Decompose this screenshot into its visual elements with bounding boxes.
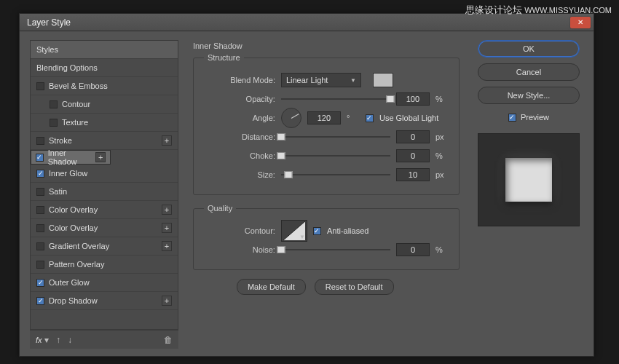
outer-glow-row[interactable]: Outer Glow <box>31 274 178 292</box>
chevron-down-icon: ▼ <box>299 234 305 240</box>
texture-row[interactable]: Texture <box>31 114 178 132</box>
distance-slider[interactable] <box>281 132 390 142</box>
unit-label: ° <box>347 114 360 122</box>
inner-glow-row[interactable]: Inner Glow <box>31 165 178 183</box>
unit-label: % <box>435 95 449 103</box>
checkbox-icon[interactable] <box>36 170 44 178</box>
fx-menu-icon[interactable]: fx ▾ <box>36 335 49 345</box>
anti-aliased-checkbox[interactable] <box>313 227 321 235</box>
new-style-button[interactable]: New Style... <box>478 87 580 104</box>
opacity-label: Opacity: <box>204 95 275 103</box>
stroke-row[interactable]: Stroke+ <box>31 132 178 150</box>
gradient-overlay-row[interactable]: Gradient Overlay+ <box>31 237 178 256</box>
row-label: Texture <box>62 118 88 127</box>
angle-dial[interactable] <box>281 108 301 128</box>
row-label: Color Overlay <box>49 223 98 232</box>
contour-picker[interactable]: ▼ <box>281 220 307 242</box>
plus-icon[interactable]: + <box>162 205 172 215</box>
inner-shadow-row[interactable]: Inner Shadow+ <box>31 150 111 165</box>
plus-icon[interactable]: + <box>162 135 172 146</box>
close-icon[interactable]: ✕ <box>570 17 591 28</box>
chevron-down-icon: ▼ <box>350 77 356 84</box>
size-label: Size: <box>204 170 275 179</box>
choke-slider[interactable] <box>281 151 390 161</box>
checkbox-icon[interactable] <box>36 242 44 250</box>
styles-list: Styles Blending Options Bevel & Emboss C… <box>30 40 178 330</box>
row-label: Drop Shadow <box>49 296 98 305</box>
make-default-button[interactable]: Make Default <box>237 279 306 295</box>
drop-shadow-row[interactable]: Drop Shadow+ <box>31 292 178 310</box>
checkbox-icon[interactable] <box>36 261 44 269</box>
cancel-button[interactable]: Cancel <box>478 63 580 81</box>
satin-row[interactable]: Satin <box>31 183 178 201</box>
plus-icon[interactable]: + <box>162 223 172 233</box>
checkbox-icon[interactable] <box>50 100 58 108</box>
checkbox-icon[interactable] <box>36 206 44 214</box>
styles-header-row[interactable]: Styles <box>31 41 178 59</box>
angle-input[interactable]: 120 <box>307 111 341 124</box>
size-input[interactable]: 10 <box>396 168 430 181</box>
preview-thumbnail <box>478 133 580 226</box>
color-overlay-row-2[interactable]: Color Overlay+ <box>31 219 178 237</box>
noise-input[interactable]: 0 <box>396 243 430 256</box>
trash-icon[interactable]: 🗑 <box>164 335 173 345</box>
opacity-slider[interactable] <box>281 94 390 104</box>
color-overlay-row-1[interactable]: Color Overlay+ <box>31 201 178 219</box>
unit-label: % <box>435 245 449 254</box>
preview-checkbox[interactable] <box>508 114 516 122</box>
structure-legend: Structure <box>204 53 244 62</box>
preview-label: Preview <box>521 113 549 122</box>
distance-input[interactable]: 0 <box>396 130 430 143</box>
checkbox-icon[interactable] <box>36 279 44 287</box>
row-label: Outer Glow <box>49 278 90 287</box>
ok-button[interactable]: OK <box>478 40 580 58</box>
plus-icon[interactable]: + <box>162 296 172 306</box>
quality-group: Quality Contour: ▼ Anti-aliased Noise: 0… <box>193 204 460 270</box>
row-label: Bevel & Emboss <box>49 82 108 90</box>
blend-mode-select[interactable]: Linear Light▼ <box>281 73 361 87</box>
checkbox-icon[interactable] <box>36 224 44 232</box>
arrow-down-icon[interactable]: ↓ <box>68 335 72 345</box>
plus-icon[interactable]: + <box>95 152 106 162</box>
bevel-emboss-row[interactable]: Bevel & Emboss <box>31 77 178 95</box>
row-label: Satin <box>49 187 67 196</box>
row-label: Inner Shadow <box>48 149 96 166</box>
fx-toolbar: fx ▾ ↑ ↓ 🗑 <box>30 330 178 349</box>
right-column: OK Cancel New Style... Preview <box>474 40 583 349</box>
distance-label: Distance: <box>204 132 275 141</box>
opacity-input[interactable]: 100 <box>396 92 430 106</box>
row-label: Gradient Overlay <box>49 242 109 250</box>
checkbox-icon[interactable] <box>50 119 58 127</box>
panel-title: Inner Shadow <box>193 41 460 50</box>
choke-label: Choke: <box>204 151 275 160</box>
dialog-title: Layer Style <box>23 17 570 28</box>
size-slider[interactable] <box>281 170 390 180</box>
angle-label: Angle: <box>204 114 275 122</box>
preview-swatch <box>505 158 552 202</box>
settings-panel: Inner Shadow Structure Blend Mode: Linea… <box>189 40 464 349</box>
noise-label: Noise: <box>204 245 275 254</box>
contour-row[interactable]: Contour <box>31 95 178 114</box>
checkbox-icon[interactable] <box>36 297 44 305</box>
styles-column: Styles Blending Options Bevel & Emboss C… <box>30 40 178 349</box>
use-global-light-checkbox[interactable] <box>366 114 374 122</box>
arrow-up-icon[interactable]: ↑ <box>56 335 60 345</box>
choke-input[interactable]: 0 <box>396 149 430 162</box>
blending-options-row[interactable]: Blending Options <box>31 59 178 77</box>
reset-default-button[interactable]: Reset to Default <box>315 279 394 295</box>
color-swatch[interactable] <box>373 73 393 87</box>
unit-label: px <box>435 170 449 179</box>
pattern-overlay-row[interactable]: Pattern Overlay <box>31 256 178 274</box>
checkbox-icon[interactable] <box>36 154 44 162</box>
checkbox-icon[interactable] <box>36 137 44 145</box>
quality-legend: Quality <box>204 204 236 213</box>
styles-header-label: Styles <box>36 45 58 54</box>
checkbox-icon[interactable] <box>36 82 44 90</box>
plus-icon[interactable]: + <box>162 241 172 251</box>
use-global-light-label: Use Global Light <box>379 114 438 122</box>
checkbox-icon[interactable] <box>36 188 44 196</box>
unit-label: px <box>435 132 449 141</box>
noise-slider[interactable] <box>281 245 390 255</box>
anti-aliased-label: Anti-aliased <box>327 226 368 235</box>
row-label: Pattern Overlay <box>49 260 104 269</box>
